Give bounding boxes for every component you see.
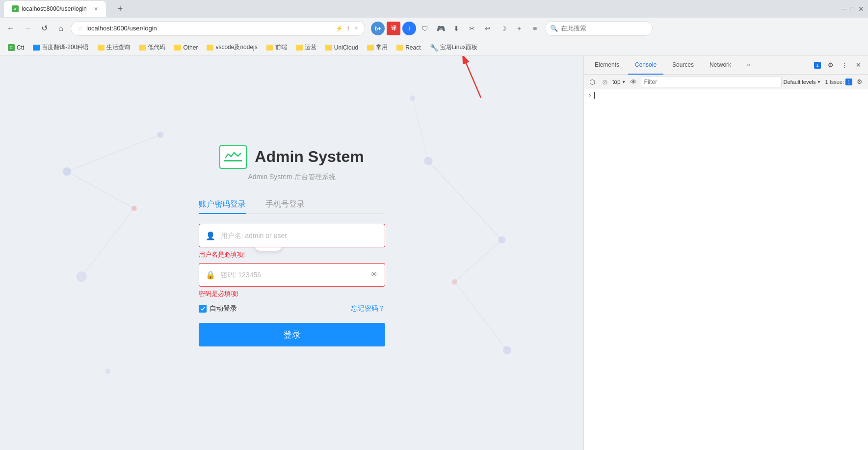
toolbar-icons: b+ 译 I 🛡 🎮 ⬇ ✂ ↩ ☽ + ≡ <box>371 22 542 35</box>
context-selector[interactable]: top ▼ <box>612 79 626 85</box>
address-bar[interactable]: ☆ ⚡ ⬆ ▼ <box>71 21 365 36</box>
game-icon[interactable]: 🎮 <box>434 22 447 35</box>
close-devtools-icon[interactable]: ✕ <box>852 59 864 71</box>
download-icon[interactable]: ⬇ <box>449 22 463 35</box>
minimize-btn[interactable]: ─ <box>842 5 846 13</box>
back-btn[interactable]: ← <box>4 22 18 35</box>
bookmark-unicloud[interactable]: UniCloud <box>321 42 362 53</box>
devtools-tab-sources[interactable]: Sources <box>665 56 701 75</box>
svg-line-16 <box>454 282 507 350</box>
shield-icon[interactable]: 🛡 <box>418 22 432 35</box>
folder-icon <box>139 45 146 51</box>
tab-close[interactable]: ✕ <box>94 6 98 12</box>
forward-btn[interactable]: → <box>21 22 34 35</box>
bookmark-life[interactable]: 生活查询 <box>94 41 134 53</box>
bookmark-other[interactable]: Other <box>170 42 202 53</box>
bookmark-ops[interactable]: 运营 <box>292 41 320 53</box>
folder-icon <box>174 45 181 51</box>
app-subtitle: Admin System 后台管理系统 <box>248 173 335 182</box>
folder-icon <box>33 45 40 51</box>
url-input[interactable] <box>86 25 333 32</box>
maximize-btn[interactable]: □ <box>850 5 854 13</box>
eye-slash-icon[interactable]: 👁 <box>370 270 378 279</box>
eye-icon[interactable]: 👁 <box>628 77 639 87</box>
forgot-password-link[interactable]: 忘记密码？ <box>351 304 385 313</box>
context-value: top <box>612 79 621 85</box>
svg-line-15 <box>454 240 501 282</box>
login-form: 👤 用户名是必填项! 🔒 👁 密码是必填项! <box>199 224 385 346</box>
home-btn[interactable]: ⌂ <box>54 22 68 35</box>
login-header: Admin System <box>219 145 364 169</box>
auto-login-checkbox[interactable] <box>199 305 207 313</box>
console-filter-input[interactable] <box>641 77 782 87</box>
menu-icon[interactable]: ≡ <box>528 22 542 35</box>
username-error: 用户名是必填项! <box>199 250 385 259</box>
form-options: 自动登录 忘记密码？ <box>199 304 385 313</box>
issues-count-area: 1 Issue: 1 <box>825 79 852 85</box>
devtools-tab-network[interactable]: Network <box>703 56 738 75</box>
bookmark-common[interactable]: 常用 <box>363 41 392 53</box>
scissors-icon[interactable]: ✂ <box>465 22 479 35</box>
search-input[interactable] <box>561 25 647 32</box>
extension-icon-2[interactable]: I <box>402 22 416 35</box>
bookmark-ctt[interactable]: C Ctt <box>4 42 28 53</box>
bookmark-label: 常用 <box>376 43 388 52</box>
login-container: Admin System Admin System 后台管理系统 账户密码登录 … <box>174 145 410 346</box>
bookmark-lowcode[interactable]: 低代码 <box>135 41 169 53</box>
levels-dropdown-arrow: ▼ <box>817 79 821 84</box>
password-input[interactable] <box>199 263 385 287</box>
star-icon: ☆ <box>77 25 83 32</box>
svg-point-0 <box>63 167 71 176</box>
tab-account[interactable]: 账户密码登录 <box>199 195 246 213</box>
bookmark-label: Other <box>183 44 198 51</box>
bookmark-label: 低代码 <box>148 43 165 52</box>
issues-icon: 1 <box>814 62 821 69</box>
reload-btn[interactable]: ↺ <box>37 22 51 35</box>
add-icon[interactable]: + <box>512 22 526 35</box>
folder-icon <box>207 45 213 51</box>
username-group: 👤 <box>199 224 385 247</box>
issues-text: 1 Issue: <box>825 79 844 85</box>
close-btn[interactable]: ✕ <box>858 5 864 13</box>
check-icon <box>200 306 205 311</box>
console-settings-icon[interactable]: ⚙ <box>854 77 865 87</box>
svg-point-4 <box>424 157 432 165</box>
extension-icon-1[interactable]: b+ <box>371 22 385 35</box>
browser-chrome: A localhost:8000/user/login ✕ + ─ □ ✕ ← … <box>0 0 868 56</box>
console-cursor <box>594 92 595 99</box>
bookmark-vscode[interactable]: vscode及nodejs <box>203 41 261 53</box>
log-levels-selector[interactable]: Default levels ▼ <box>784 79 821 85</box>
username-input[interactable] <box>199 224 385 247</box>
bookmark-baidu-translate[interactable]: 百度翻译-200种语 <box>29 41 93 53</box>
clear-console-btn[interactable]: ⊘ <box>600 77 610 87</box>
svg-rect-17 <box>224 160 242 161</box>
active-tab[interactable]: A localhost:8000/user/login ✕ <box>4 1 106 17</box>
devtools-tab-console[interactable]: Console <box>628 56 663 75</box>
context-dropdown-arrow: ▼ <box>622 79 626 84</box>
devtools-header-icons: 1 ⚙ ⋮ ✕ <box>814 59 864 71</box>
bookmark-label: 生活查询 <box>106 43 130 52</box>
settings-icon[interactable]: ⚙ <box>825 59 837 71</box>
main-layout: ⟺ A Admin System Admin System 后台管理系统 账户密… <box>0 56 868 450</box>
translate-icon[interactable]: 译 <box>387 22 400 35</box>
tab-phone[interactable]: 手机号登录 <box>265 195 305 213</box>
share-icon: ⬆ <box>346 25 351 32</box>
undo-icon[interactable]: ↩ <box>481 22 495 35</box>
tab-title: localhost:8000/user/login <box>22 5 87 12</box>
bookmark-react[interactable]: React <box>393 42 424 53</box>
folder-icon <box>266 45 273 51</box>
log-levels-label: Default levels <box>784 79 816 85</box>
bookmark-bt[interactable]: 🔧 宝塔Linux面板 <box>426 41 482 53</box>
new-tab-btn[interactable]: + <box>110 1 131 17</box>
bookmark-frontend[interactable]: 前端 <box>263 41 291 53</box>
devtools-panel: Elements Console Sources Network » 1 ⚙ ⋮… <box>583 56 868 450</box>
night-mode-icon[interactable]: ☽ <box>497 22 510 35</box>
devtools-tab-more[interactable]: » <box>740 56 757 75</box>
inspect-element-btn[interactable]: ⬡ <box>587 77 598 87</box>
search-bar[interactable]: 🔍 <box>545 21 653 36</box>
more-options-icon[interactable]: ⋮ <box>839 59 850 71</box>
login-button[interactable]: 登录 <box>199 323 385 346</box>
svg-point-9 <box>105 369 110 374</box>
devtools-tab-elements[interactable]: Elements <box>588 56 626 75</box>
auto-login-group: 自动登录 <box>199 304 237 313</box>
